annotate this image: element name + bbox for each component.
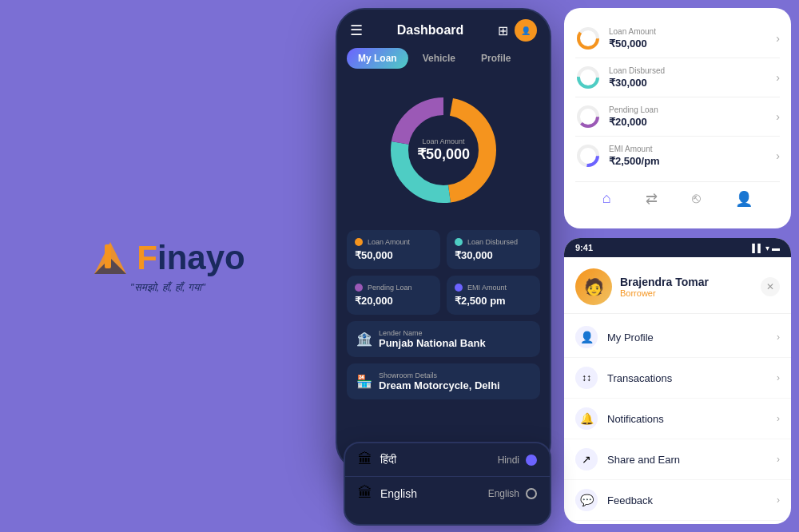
right-stat-disbursed-label: Loan Disbursed: [609, 66, 665, 75]
showroom-card: 🏪 Showroom Details Dream Motorcycle, Del…: [347, 363, 540, 399]
showroom-label: Showroom Details: [379, 371, 500, 379]
radio-hindi[interactable]: [526, 455, 537, 466]
finayo-logo-icon: [90, 238, 130, 278]
chevron-profile: ›: [777, 332, 780, 343]
radio-english[interactable]: [526, 488, 537, 499]
logo-brand: F inayo: [137, 239, 244, 277]
right-stats-panel: Loan Amount ₹50,000 › Loan Disbursed ₹30…: [564, 8, 791, 228]
donut-label-text: Loan Amount: [417, 137, 470, 145]
arrow-icon-disbursed: ›: [776, 71, 780, 84]
nav-profile-icon[interactable]: 👤: [735, 190, 753, 208]
profile-panel: 9:41 ▌▌ ▾ ▬ 🧑 Brajendra Tomar Borrower ✕…: [564, 238, 791, 524]
logo-container: F inayo "समझो, हाँ, हाँ, गया": [90, 238, 244, 294]
bank-icon: 🏦: [356, 332, 372, 347]
lender-name-card: 🏦 Lender Name Punjab National Bank: [347, 321, 540, 357]
chevron-notifications: ›: [777, 413, 780, 424]
right-stat-loan-value: ₹50,000: [609, 38, 647, 50]
donut-chart: Loan Amount ₹50,000: [380, 86, 507, 214]
ring-pending: [575, 104, 601, 129]
right-stat-emi[interactable]: EMI Amount ₹2,500/pm ›: [575, 137, 780, 175]
profile-menu-icon: 👤: [575, 326, 598, 348]
right-stat-pending-label: Pending Loan: [609, 105, 658, 114]
showroom-value: Dream Motorcycle, Delhi: [379, 379, 500, 391]
donut-value-text: ₹50,000: [417, 145, 470, 163]
svg-rect-2: [105, 244, 111, 268]
left-panel: F inayo "समझो, हाँ, हाँ, गया": [0, 0, 336, 532]
profile-name: Brajendra Tomar: [620, 276, 709, 288]
arrow-icon-emi: ›: [776, 149, 780, 162]
stat-name-emi: EMI Amount: [467, 284, 507, 292]
language-phone-mockup: 🏛 हिंदी Hindi 🏛 English English: [344, 442, 551, 526]
transactions-menu-icon: ↕↕: [575, 367, 598, 389]
main-phone-mockup: ☰ Dashboard ⊞ 👤 My Loan Vehicle Profile: [336, 8, 551, 471]
arrow-icon-loan: ›: [776, 32, 780, 45]
tab-profile[interactable]: Profile: [470, 48, 522, 69]
stat-dot-loan: [355, 238, 363, 246]
right-stat-disbursed[interactable]: Loan Disbursed ₹30,000 ›: [575, 58, 780, 97]
stat-value-pending: ₹20,000: [355, 295, 432, 307]
hindi-icon: 🏛: [358, 451, 372, 468]
tab-my-loan[interactable]: My Loan: [347, 48, 408, 69]
profile-user-info: 🧑 Brajendra Tomar Borrower: [575, 268, 709, 305]
stat-value-emi: ₹2,500 pm: [455, 295, 532, 307]
stat-value-disbursed: ₹30,000: [455, 249, 532, 261]
lender-name-label: Lender Name: [379, 329, 486, 337]
status-icons: ▌▌ ▾ ▬: [752, 244, 780, 252]
stat-dot-pending: [355, 284, 363, 292]
menu-item-profile[interactable]: 👤 My Profile ›: [564, 317, 791, 358]
lang-row-hindi[interactable]: 🏛 हिंदी Hindi: [345, 443, 550, 477]
ring-loan: [575, 26, 601, 51]
right-stat-pending[interactable]: Pending Loan ₹20,000 ›: [575, 97, 780, 137]
right-section: Loan Amount ₹50,000 › Loan Disbursed ₹30…: [559, 0, 799, 532]
right-stat-pending-value: ₹20,000: [609, 116, 647, 128]
right-stat-emi-label: EMI Amount: [609, 145, 660, 153]
chevron-feedback: ›: [777, 494, 780, 506]
arrow-icon-pending: ›: [776, 110, 780, 123]
lang-english-native: English: [380, 487, 417, 500]
profile-header: 🧑 Brajendra Tomar Borrower ✕: [564, 257, 791, 314]
stat-loan-amount: Loan Amount ₹50,000: [347, 230, 440, 269]
english-icon: 🏛: [358, 485, 372, 502]
logo-inner: F inayo: [90, 238, 244, 278]
tab-vehicle[interactable]: Vehicle: [411, 48, 467, 69]
ring-emi: [575, 143, 601, 169]
stat-emi: EMI Amount ₹2,500 pm: [447, 276, 540, 315]
stats-grid: Loan Amount ₹50,000 Loan Disbursed ₹30,0…: [337, 230, 550, 321]
lang-row-english[interactable]: 🏛 English English: [345, 477, 550, 510]
bottom-nav: ⌂ ⇄ ⎋ 👤: [575, 181, 780, 217]
right-stat-loan[interactable]: Loan Amount ₹50,000 ›: [575, 19, 780, 58]
status-time: 9:41: [575, 243, 593, 252]
stat-name-loan: Loan Amount: [368, 238, 410, 246]
stat-dot-disbursed: [455, 238, 463, 246]
lang-hindi-native: हिंदी: [380, 453, 396, 466]
lender-section: 🏦 Lender Name Punjab National Bank 🏪 Sho…: [337, 321, 550, 406]
nav-home-icon[interactable]: ⌂: [602, 190, 611, 208]
nav-transfer-icon[interactable]: ⇄: [646, 190, 658, 208]
dashboard-header: ☰ Dashboard ⊞ 👤: [337, 10, 550, 48]
menu-item-transactions[interactable]: ↕↕ Transacations ›: [564, 358, 791, 399]
translate-icon[interactable]: ⊞: [498, 23, 508, 38]
nav-logout-icon[interactable]: ⎋: [692, 190, 701, 208]
dashboard-title: Dashboard: [397, 23, 464, 38]
stat-name-pending: Pending Loan: [368, 284, 412, 292]
stat-dot-emi: [455, 284, 463, 292]
right-stat-loan-label: Loan Amount: [609, 27, 656, 36]
menu-item-feedback[interactable]: 💬 Feedback ›: [564, 480, 791, 521]
donut-center-label: Loan Amount ₹50,000: [417, 137, 470, 163]
profile-avatar: 🧑: [575, 268, 612, 305]
lang-english-label: English: [488, 488, 519, 499]
user-avatar[interactable]: 👤: [515, 19, 537, 42]
close-button[interactable]: ✕: [761, 277, 780, 296]
chevron-transactions: ›: [777, 372, 780, 383]
chart-area: Loan Amount ₹50,000: [337, 78, 550, 230]
menu-item-notifications[interactable]: 🔔 Notifications ›: [564, 399, 791, 439]
lang-hindi-english: Hindi: [498, 455, 519, 466]
stat-pending: Pending Loan ₹20,000: [347, 276, 440, 315]
notifications-menu-icon: 🔔: [575, 407, 598, 430]
lender-name-value: Punjab National Bank: [379, 337, 486, 349]
menu-label-share: Share and Earn: [607, 454, 680, 466]
menu-label-notifications: Notifications: [607, 413, 664, 425]
hamburger-icon[interactable]: ☰: [350, 22, 363, 39]
stat-name-disbursed: Loan Disbursed: [467, 238, 518, 246]
menu-item-share[interactable]: ↗ Share and Earn ›: [564, 439, 791, 480]
